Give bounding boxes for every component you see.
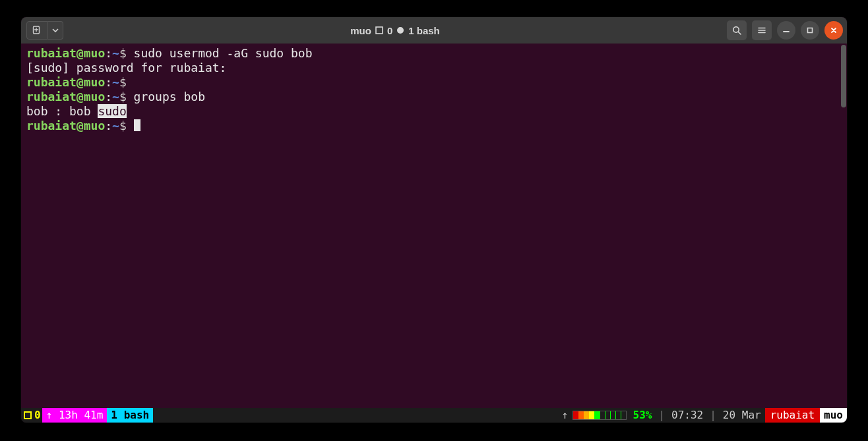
status-date: 20 Mar	[719, 408, 765, 423]
arrow-up-icon: ↑	[562, 408, 569, 423]
title-text-1: muo	[350, 25, 371, 36]
status-network: ↑	[558, 408, 570, 423]
terminal-body[interactable]: rubaiat@muo:~$ sudo usermod -aG sudo bob…	[21, 44, 847, 408]
title-text-3: 1 bash	[408, 25, 440, 36]
status-time: 07:32	[667, 408, 707, 423]
title-text-2: 0	[387, 25, 392, 36]
window-title: muo 0 1 bash	[67, 25, 723, 36]
chevron-down-icon	[52, 27, 59, 34]
titlebar: muo 0 1 bash	[21, 17, 847, 44]
command-text: groups bob	[134, 90, 205, 103]
new-tab-button[interactable]	[26, 21, 47, 40]
window-indicator-empty-icon	[375, 26, 383, 34]
status-window[interactable]: 1 bash	[107, 408, 153, 423]
output-text: [sudo] password for rubaiat:	[26, 61, 226, 74]
command-text: sudo usermod -aG sudo bob	[134, 46, 313, 60]
status-battery-pct: 53%	[629, 408, 656, 423]
minimize-icon	[782, 26, 790, 34]
svg-rect-1	[376, 27, 383, 34]
prompt-user: rubaiat	[26, 46, 77, 60]
maximize-icon	[806, 26, 814, 34]
svg-point-2	[397, 27, 404, 34]
scrollbar-thumb[interactable]	[841, 45, 846, 107]
status-bar: 0 ↑ 13h 41m 1 bash ↑	[21, 408, 847, 423]
new-tab-icon	[32, 25, 42, 36]
minimize-button[interactable]	[777, 21, 795, 40]
prompt-path: ~	[112, 46, 119, 60]
maximize-button[interactable]	[801, 21, 819, 40]
session-square-icon	[24, 411, 32, 419]
arrow-up-icon: ↑	[46, 408, 53, 423]
menu-button[interactable]	[752, 20, 772, 40]
hamburger-icon	[757, 25, 767, 36]
search-icon	[731, 25, 742, 36]
status-battery	[570, 408, 629, 423]
status-host: muo	[820, 408, 847, 423]
svg-rect-4	[808, 28, 813, 33]
highlighted-text: sudo	[98, 104, 126, 118]
scrollbar[interactable]	[840, 44, 847, 408]
status-user: rubaiat	[765, 408, 820, 423]
prompt-host: muo	[84, 46, 106, 60]
battery-bar-icon	[573, 411, 627, 420]
status-uptime: ↑ 13h 41m	[42, 408, 108, 423]
terminal-window: muo 0 1 bash	[21, 17, 847, 423]
tab-dropdown-button[interactable]	[47, 21, 63, 40]
search-button[interactable]	[727, 20, 747, 40]
terminal-output[interactable]: rubaiat@muo:~$ sudo usermod -aG sudo bob…	[21, 44, 840, 408]
status-session: 0	[21, 408, 42, 423]
close-button[interactable]	[824, 21, 843, 40]
text-cursor	[134, 119, 140, 131]
close-icon	[830, 26, 838, 34]
window-indicator-active-icon	[396, 26, 404, 34]
